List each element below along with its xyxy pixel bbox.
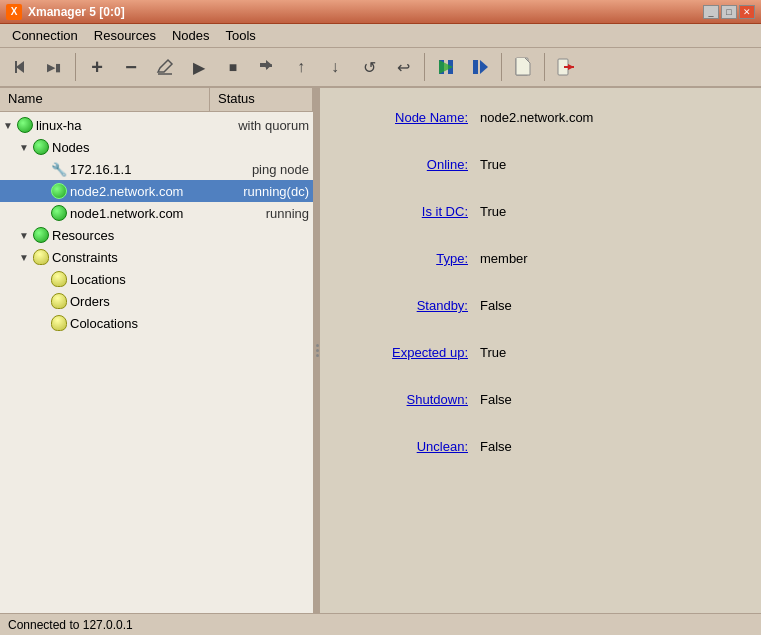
tree-body: ▼ linux-ha with quorum ▼ Nodes ▼ 🔧 172.1… <box>0 112 313 336</box>
icon-resources <box>33 227 49 243</box>
field-value-standby: False <box>480 296 512 313</box>
field-label-expected-up[interactable]: Expected up: <box>340 343 480 360</box>
toolbar-pause-button[interactable] <box>430 51 462 83</box>
tree-item-172[interactable]: ▼ 🔧 172.16.1.1 ping node <box>0 158 313 180</box>
detail-row-is-dc: Is it DC: True <box>340 202 741 219</box>
icon-172: 🔧 <box>51 161 67 177</box>
toolbar-migrate-button[interactable] <box>251 51 283 83</box>
main-content: Name Status ▼ linux-ha with quorum ▼ Nod… <box>0 88 761 613</box>
menu-bar: Connection Resources Nodes Tools <box>0 24 761 48</box>
status-linux-ha: with quorum <box>234 118 309 133</box>
field-label-standby[interactable]: Standby: <box>340 296 480 313</box>
detail-row-node-name: Node Name: node2.network.com <box>340 108 741 125</box>
tree-item-locations[interactable]: ▼ Locations <box>0 268 313 290</box>
toolbar-up-button[interactable]: ↑ <box>285 51 317 83</box>
toolbar-doc-button[interactable] <box>507 51 539 83</box>
label-resources: Resources <box>52 228 305 243</box>
tree-item-resources[interactable]: ▼ Resources <box>0 224 313 246</box>
toolbar-forward-button[interactable]: ▶▮ <box>38 51 70 83</box>
toolbar: ▶▮ + − ▶ ■ ↑ ↓ ↺ ↩ <box>0 48 761 88</box>
icon-constraints <box>33 249 49 265</box>
divider-dot <box>316 349 319 352</box>
window-controls: _ □ ✕ <box>703 5 755 19</box>
toolbar-exit-button[interactable] <box>550 51 582 83</box>
tree-item-constraints[interactable]: ▼ Constraints <box>0 246 313 268</box>
toolbar-back-button[interactable] <box>4 51 36 83</box>
maximize-button[interactable]: □ <box>721 5 737 19</box>
field-label-shutdown[interactable]: Shutdown: <box>340 390 480 407</box>
label-172: 172.16.1.1 <box>70 162 248 177</box>
toggle-resources[interactable]: ▼ <box>18 229 30 241</box>
icon-nodes <box>33 139 49 155</box>
title-bar: X Xmanager 5 [0:0] _ □ ✕ <box>0 0 761 24</box>
label-node1: node1.network.com <box>70 206 262 221</box>
tree-header: Name Status <box>0 88 313 112</box>
detail-row-type: Type: member <box>340 249 741 266</box>
field-value-is-dc: True <box>480 202 506 219</box>
status-bar: Connected to 127.0.0.1 <box>0 613 761 635</box>
menu-tools[interactable]: Tools <box>218 26 264 45</box>
minimize-button[interactable]: _ <box>703 5 719 19</box>
tree-item-orders[interactable]: ▼ Orders <box>0 290 313 312</box>
toolbar-stop-button[interactable]: ■ <box>217 51 249 83</box>
field-label-node-name[interactable]: Node Name: <box>340 108 480 125</box>
field-label-unclean[interactable]: Unclean: <box>340 437 480 454</box>
detail-row-standby: Standby: False <box>340 296 741 313</box>
detail-row-unclean: Unclean: False <box>340 437 741 454</box>
toolbar-start-button[interactable]: ▶ <box>183 51 215 83</box>
svg-rect-6 <box>473 60 478 74</box>
icon-node2 <box>51 183 67 199</box>
icon-linux-ha <box>17 117 33 133</box>
label-colocations: Colocations <box>70 316 305 331</box>
field-label-type[interactable]: Type: <box>340 249 480 266</box>
toggle-constraints[interactable]: ▼ <box>18 251 30 263</box>
menu-resources[interactable]: Resources <box>86 26 164 45</box>
toggle-linux-ha[interactable]: ▼ <box>2 119 14 131</box>
field-value-type: member <box>480 249 528 266</box>
toolbar-resume-button[interactable] <box>464 51 496 83</box>
field-value-unclean: False <box>480 437 512 454</box>
app-icon: X <box>6 4 22 20</box>
tree-item-linux-ha[interactable]: ▼ linux-ha with quorum <box>0 114 313 136</box>
icon-colocations <box>51 315 67 331</box>
toolbar-sep-3 <box>501 53 502 81</box>
toolbar-edit-button[interactable] <box>149 51 181 83</box>
svg-marker-7 <box>480 60 488 74</box>
toolbar-sep-4 <box>544 53 545 81</box>
svg-marker-0 <box>16 61 24 73</box>
status-172: ping node <box>248 162 309 177</box>
toolbar-add-button[interactable]: + <box>81 51 113 83</box>
icon-orders <box>51 293 67 309</box>
divider-dot <box>316 344 319 347</box>
tree-status-header: Status <box>210 88 313 111</box>
status-node2: running(dc) <box>239 184 309 199</box>
label-constraints: Constraints <box>52 250 305 265</box>
toolbar-history-button[interactable]: ↩ <box>387 51 419 83</box>
tree-item-node2[interactable]: ▼ node2.network.com running(dc) <box>0 180 313 202</box>
label-nodes: Nodes <box>52 140 305 155</box>
divider-dot <box>316 354 319 357</box>
toolbar-remove-button[interactable]: − <box>115 51 147 83</box>
detail-row-shutdown: Shutdown: False <box>340 390 741 407</box>
field-label-is-dc[interactable]: Is it DC: <box>340 202 480 219</box>
icon-node1 <box>51 205 67 221</box>
icon-locations <box>51 271 67 287</box>
toolbar-refresh-button[interactable]: ↺ <box>353 51 385 83</box>
svg-rect-1 <box>15 61 17 73</box>
tree-item-nodes[interactable]: ▼ Nodes <box>0 136 313 158</box>
tree-item-colocations[interactable]: ▼ Colocations <box>0 312 313 334</box>
status-text: Connected to 127.0.0.1 <box>8 618 133 632</box>
label-linux-ha: linux-ha <box>36 118 234 133</box>
close-button[interactable]: ✕ <box>739 5 755 19</box>
toolbar-sep-1 <box>75 53 76 81</box>
field-value-node-name: node2.network.com <box>480 108 593 125</box>
menu-connection[interactable]: Connection <box>4 26 86 45</box>
field-label-online[interactable]: Online: <box>340 155 480 172</box>
field-value-online: True <box>480 155 506 172</box>
tree-item-node1[interactable]: ▼ node1.network.com running <box>0 202 313 224</box>
label-node2: node2.network.com <box>70 184 239 199</box>
menu-nodes[interactable]: Nodes <box>164 26 218 45</box>
toolbar-down-button[interactable]: ↓ <box>319 51 351 83</box>
field-value-shutdown: False <box>480 390 512 407</box>
toggle-nodes[interactable]: ▼ <box>18 141 30 153</box>
